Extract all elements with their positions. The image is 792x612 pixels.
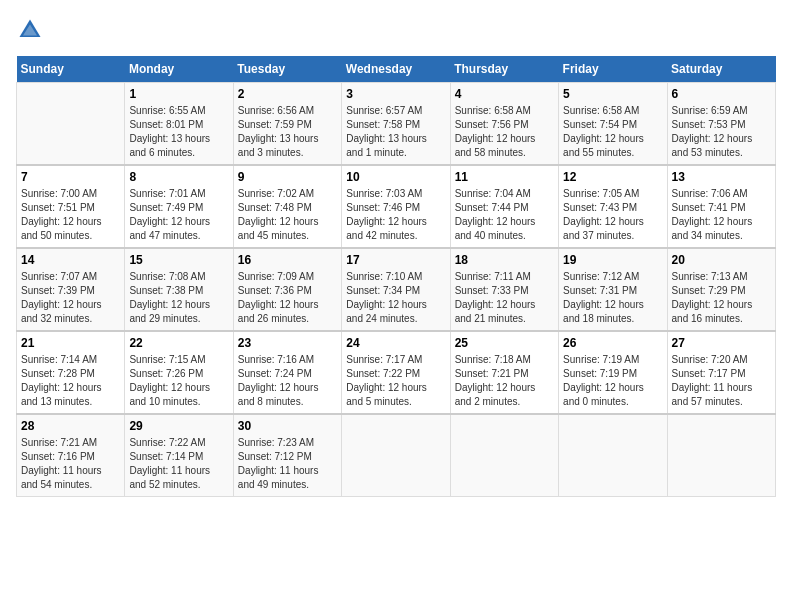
day-info: Sunrise: 7:20 AMSunset: 7:17 PMDaylight:…: [672, 353, 771, 409]
day-info: Sunrise: 6:55 AMSunset: 8:01 PMDaylight:…: [129, 104, 228, 160]
day-number: 18: [455, 253, 554, 267]
header-tuesday: Tuesday: [233, 56, 341, 83]
day-info: Sunrise: 7:03 AMSunset: 7:46 PMDaylight:…: [346, 187, 445, 243]
calendar-cell: 13Sunrise: 7:06 AMSunset: 7:41 PMDayligh…: [667, 165, 775, 248]
calendar-week-row: 28Sunrise: 7:21 AMSunset: 7:16 PMDayligh…: [17, 414, 776, 497]
day-number: 2: [238, 87, 337, 101]
calendar-cell: 5Sunrise: 6:58 AMSunset: 7:54 PMDaylight…: [559, 83, 667, 166]
calendar-week-row: 14Sunrise: 7:07 AMSunset: 7:39 PMDayligh…: [17, 248, 776, 331]
day-number: 10: [346, 170, 445, 184]
calendar-cell: 12Sunrise: 7:05 AMSunset: 7:43 PMDayligh…: [559, 165, 667, 248]
day-number: 13: [672, 170, 771, 184]
header-monday: Monday: [125, 56, 233, 83]
header-wednesday: Wednesday: [342, 56, 450, 83]
calendar-cell: 18Sunrise: 7:11 AMSunset: 7:33 PMDayligh…: [450, 248, 558, 331]
calendar-cell: 26Sunrise: 7:19 AMSunset: 7:19 PMDayligh…: [559, 331, 667, 414]
day-number: 29: [129, 419, 228, 433]
day-info: Sunrise: 7:14 AMSunset: 7:28 PMDaylight:…: [21, 353, 120, 409]
page-header: [16, 16, 776, 44]
calendar-cell: 25Sunrise: 7:18 AMSunset: 7:21 PMDayligh…: [450, 331, 558, 414]
calendar-cell: [559, 414, 667, 497]
calendar-cell: [17, 83, 125, 166]
calendar-cell: 24Sunrise: 7:17 AMSunset: 7:22 PMDayligh…: [342, 331, 450, 414]
day-number: 4: [455, 87, 554, 101]
calendar-table: SundayMondayTuesdayWednesdayThursdayFrid…: [16, 56, 776, 497]
calendar-cell: 30Sunrise: 7:23 AMSunset: 7:12 PMDayligh…: [233, 414, 341, 497]
day-info: Sunrise: 7:10 AMSunset: 7:34 PMDaylight:…: [346, 270, 445, 326]
calendar-cell: 1Sunrise: 6:55 AMSunset: 8:01 PMDaylight…: [125, 83, 233, 166]
day-info: Sunrise: 7:23 AMSunset: 7:12 PMDaylight:…: [238, 436, 337, 492]
day-number: 19: [563, 253, 662, 267]
day-number: 9: [238, 170, 337, 184]
day-number: 14: [21, 253, 120, 267]
day-number: 1: [129, 87, 228, 101]
day-number: 30: [238, 419, 337, 433]
day-number: 8: [129, 170, 228, 184]
logo: [16, 16, 48, 44]
day-number: 5: [563, 87, 662, 101]
day-number: 20: [672, 253, 771, 267]
day-info: Sunrise: 7:18 AMSunset: 7:21 PMDaylight:…: [455, 353, 554, 409]
calendar-cell: 9Sunrise: 7:02 AMSunset: 7:48 PMDaylight…: [233, 165, 341, 248]
day-info: Sunrise: 7:08 AMSunset: 7:38 PMDaylight:…: [129, 270, 228, 326]
header-thursday: Thursday: [450, 56, 558, 83]
calendar-cell: 2Sunrise: 6:56 AMSunset: 7:59 PMDaylight…: [233, 83, 341, 166]
day-number: 15: [129, 253, 228, 267]
calendar-cell: 22Sunrise: 7:15 AMSunset: 7:26 PMDayligh…: [125, 331, 233, 414]
day-info: Sunrise: 7:02 AMSunset: 7:48 PMDaylight:…: [238, 187, 337, 243]
day-info: Sunrise: 6:59 AMSunset: 7:53 PMDaylight:…: [672, 104, 771, 160]
day-info: Sunrise: 6:57 AMSunset: 7:58 PMDaylight:…: [346, 104, 445, 160]
day-info: Sunrise: 7:07 AMSunset: 7:39 PMDaylight:…: [21, 270, 120, 326]
day-number: 3: [346, 87, 445, 101]
day-info: Sunrise: 7:16 AMSunset: 7:24 PMDaylight:…: [238, 353, 337, 409]
day-info: Sunrise: 7:05 AMSunset: 7:43 PMDaylight:…: [563, 187, 662, 243]
day-info: Sunrise: 7:17 AMSunset: 7:22 PMDaylight:…: [346, 353, 445, 409]
header-sunday: Sunday: [17, 56, 125, 83]
day-number: 25: [455, 336, 554, 350]
calendar-cell: [667, 414, 775, 497]
day-number: 16: [238, 253, 337, 267]
day-number: 7: [21, 170, 120, 184]
day-number: 23: [238, 336, 337, 350]
logo-icon: [16, 16, 44, 44]
day-info: Sunrise: 7:15 AMSunset: 7:26 PMDaylight:…: [129, 353, 228, 409]
day-info: Sunrise: 7:06 AMSunset: 7:41 PMDaylight:…: [672, 187, 771, 243]
day-info: Sunrise: 7:12 AMSunset: 7:31 PMDaylight:…: [563, 270, 662, 326]
day-info: Sunrise: 7:04 AMSunset: 7:44 PMDaylight:…: [455, 187, 554, 243]
day-number: 6: [672, 87, 771, 101]
calendar-cell: 11Sunrise: 7:04 AMSunset: 7:44 PMDayligh…: [450, 165, 558, 248]
day-number: 26: [563, 336, 662, 350]
header-friday: Friday: [559, 56, 667, 83]
calendar-cell: 27Sunrise: 7:20 AMSunset: 7:17 PMDayligh…: [667, 331, 775, 414]
calendar-cell: 29Sunrise: 7:22 AMSunset: 7:14 PMDayligh…: [125, 414, 233, 497]
calendar-cell: [450, 414, 558, 497]
day-number: 11: [455, 170, 554, 184]
calendar-cell: 14Sunrise: 7:07 AMSunset: 7:39 PMDayligh…: [17, 248, 125, 331]
calendar-cell: 10Sunrise: 7:03 AMSunset: 7:46 PMDayligh…: [342, 165, 450, 248]
day-info: Sunrise: 7:00 AMSunset: 7:51 PMDaylight:…: [21, 187, 120, 243]
day-info: Sunrise: 7:22 AMSunset: 7:14 PMDaylight:…: [129, 436, 228, 492]
calendar-cell: 23Sunrise: 7:16 AMSunset: 7:24 PMDayligh…: [233, 331, 341, 414]
calendar-cell: 6Sunrise: 6:59 AMSunset: 7:53 PMDaylight…: [667, 83, 775, 166]
calendar-week-row: 21Sunrise: 7:14 AMSunset: 7:28 PMDayligh…: [17, 331, 776, 414]
day-number: 12: [563, 170, 662, 184]
calendar-cell: 28Sunrise: 7:21 AMSunset: 7:16 PMDayligh…: [17, 414, 125, 497]
day-info: Sunrise: 7:13 AMSunset: 7:29 PMDaylight:…: [672, 270, 771, 326]
day-info: Sunrise: 7:19 AMSunset: 7:19 PMDaylight:…: [563, 353, 662, 409]
calendar-cell: 3Sunrise: 6:57 AMSunset: 7:58 PMDaylight…: [342, 83, 450, 166]
day-info: Sunrise: 7:21 AMSunset: 7:16 PMDaylight:…: [21, 436, 120, 492]
calendar-cell: 4Sunrise: 6:58 AMSunset: 7:56 PMDaylight…: [450, 83, 558, 166]
day-number: 22: [129, 336, 228, 350]
day-info: Sunrise: 7:11 AMSunset: 7:33 PMDaylight:…: [455, 270, 554, 326]
day-info: Sunrise: 6:58 AMSunset: 7:56 PMDaylight:…: [455, 104, 554, 160]
calendar-cell: [342, 414, 450, 497]
calendar-cell: 7Sunrise: 7:00 AMSunset: 7:51 PMDaylight…: [17, 165, 125, 248]
day-info: Sunrise: 7:09 AMSunset: 7:36 PMDaylight:…: [238, 270, 337, 326]
calendar-cell: 8Sunrise: 7:01 AMSunset: 7:49 PMDaylight…: [125, 165, 233, 248]
calendar-header-row: SundayMondayTuesdayWednesdayThursdayFrid…: [17, 56, 776, 83]
calendar-cell: 20Sunrise: 7:13 AMSunset: 7:29 PMDayligh…: [667, 248, 775, 331]
day-number: 21: [21, 336, 120, 350]
day-info: Sunrise: 6:58 AMSunset: 7:54 PMDaylight:…: [563, 104, 662, 160]
day-info: Sunrise: 7:01 AMSunset: 7:49 PMDaylight:…: [129, 187, 228, 243]
calendar-cell: 17Sunrise: 7:10 AMSunset: 7:34 PMDayligh…: [342, 248, 450, 331]
